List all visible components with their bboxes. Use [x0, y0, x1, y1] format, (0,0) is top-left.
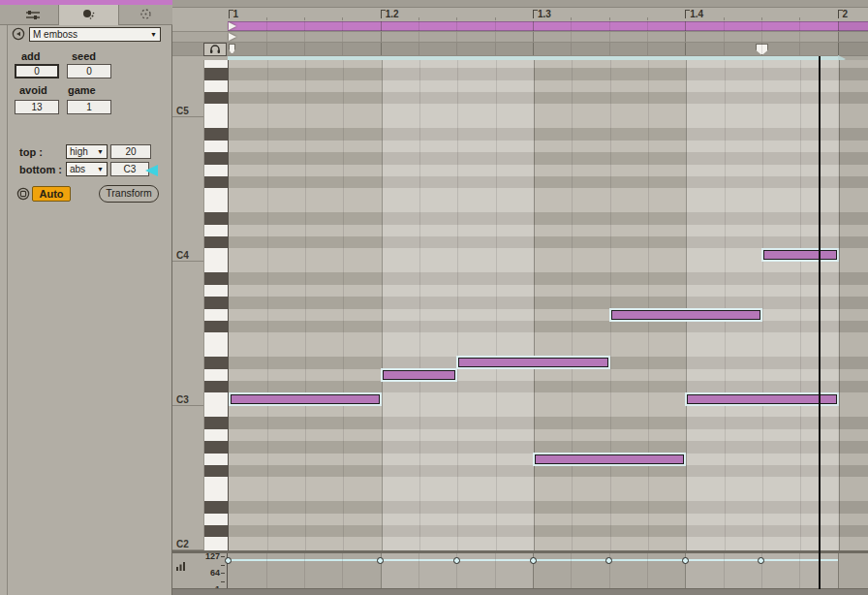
octave-label: C5	[176, 106, 189, 116]
velocity-marker[interactable]	[225, 557, 232, 564]
octave-label: C4	[176, 250, 189, 261]
midi-note-G3[interactable]	[611, 310, 760, 320]
black-key[interactable]	[204, 128, 228, 140]
velocity-marker[interactable]	[530, 557, 537, 564]
midi-note-D#3[interactable]	[458, 358, 607, 367]
velocity-marker[interactable]	[605, 557, 612, 564]
loop-start-marker[interactable]	[229, 22, 236, 30]
midi-note-C3[interactable]	[687, 394, 836, 404]
device-drag-handle[interactable]	[0, 5, 8, 595]
param-label-seed: seed	[72, 50, 96, 62]
black-key[interactable]	[204, 176, 228, 188]
midi-note-C4[interactable]	[763, 250, 837, 260]
auto-button[interactable]: Auto	[32, 186, 71, 202]
midi-note-C3[interactable]	[231, 394, 380, 404]
param-value-add[interactable]: 0	[15, 64, 59, 78]
lane-gridline	[533, 32, 534, 42]
lane-gridline	[456, 32, 457, 42]
ruler-minor-tick	[571, 17, 572, 20]
black-key[interactable]	[204, 321, 228, 332]
preset-hotswap-icon[interactable]	[12, 27, 25, 45]
black-key[interactable]	[204, 212, 228, 224]
black-key[interactable]	[204, 152, 228, 164]
midi-note-editor: 11.21.31.42 C5C4C3C2 127641	[172, 0, 868, 595]
clip-start-arrow[interactable]	[229, 33, 236, 41]
piano-keyboard[interactable]	[203, 60, 228, 550]
black-key[interactable]	[204, 381, 228, 392]
param-value-seed[interactable]: 0	[67, 64, 111, 78]
grid-line	[686, 60, 687, 550]
velocity-tick-label: 64	[210, 568, 220, 578]
lane-gridline	[342, 43, 343, 55]
black-key[interactable]	[204, 236, 228, 248]
grid-line	[419, 60, 420, 550]
loop-bar-lane[interactable]	[172, 21, 868, 32]
ruler-label: 1	[233, 9, 239, 19]
black-key[interactable]	[204, 68, 228, 79]
tab-emboss[interactable]	[59, 5, 119, 25]
octave-label-column: C5C4C3C2	[172, 60, 203, 550]
black-key[interactable]	[204, 441, 228, 453]
velocity-marker[interactable]	[682, 557, 689, 564]
particles-icon	[140, 7, 152, 24]
lane-gridline	[609, 43, 610, 55]
lane-gridline	[304, 21, 305, 31]
lane-gridline	[418, 32, 419, 42]
velocity-marker[interactable]	[758, 557, 764, 564]
ruler-minor-tick	[724, 17, 725, 20]
velocity-tick-label: 127	[205, 553, 220, 561]
note-grid[interactable]	[228, 60, 868, 550]
clip-start-flag-marker[interactable]	[229, 44, 235, 54]
bottom-value[interactable]: C3	[110, 162, 149, 176]
start-marker-lane[interactable]	[172, 32, 868, 43]
top-value[interactable]: 20	[110, 144, 151, 159]
black-key[interactable]	[204, 272, 228, 284]
param-mapping-arrow-icon	[145, 165, 158, 176]
midi-note-D3[interactable]	[383, 370, 456, 380]
ruler-minor-tick	[647, 17, 648, 20]
emboss-dots-icon	[81, 7, 96, 24]
lane-gridline	[418, 21, 419, 31]
param-label-add: add	[21, 50, 41, 62]
scrub-marker-lane[interactable]	[172, 43, 868, 56]
lane-gridline	[647, 32, 648, 42]
lane-gridline	[495, 21, 496, 31]
black-key[interactable]	[204, 357, 228, 368]
black-key[interactable]	[204, 501, 228, 513]
velocity-marker[interactable]	[453, 557, 460, 564]
bottom-mode-dropdown[interactable]: abs ▼	[66, 162, 108, 176]
black-key[interactable]	[204, 525, 228, 537]
headphone-icon	[209, 41, 221, 58]
black-key[interactable]	[204, 417, 228, 428]
velocity-marker[interactable]	[377, 557, 384, 564]
transform-button[interactable]: Transform	[99, 185, 159, 203]
range-label-bottom: bottom :	[19, 164, 62, 175]
grid-line	[725, 60, 726, 550]
black-key[interactable]	[204, 297, 228, 308]
beat-time-ruler[interactable]: 11.21.31.42	[172, 8, 868, 21]
param-label-avoid: avoid	[19, 84, 47, 96]
lane-gridline	[647, 21, 648, 31]
param-value-game[interactable]: 1	[67, 100, 111, 114]
loop-region[interactable]	[228, 21, 868, 31]
lane-gridline	[609, 21, 610, 31]
top-mode-value: high	[70, 146, 88, 157]
param-value-avoid[interactable]: 13	[15, 100, 59, 114]
preview-headphone-button[interactable]	[203, 43, 227, 56]
sliders-icon	[25, 7, 41, 24]
grid-line	[534, 60, 535, 550]
preset-name: M emboss	[33, 29, 78, 40]
black-key[interactable]	[204, 465, 228, 477]
lane-gridline	[685, 32, 686, 42]
lane-gridline	[533, 21, 534, 31]
tab-sliders[interactable]	[8, 5, 59, 25]
preset-dropdown[interactable]: M emboss ▼	[29, 27, 161, 42]
tab-particles[interactable]	[119, 5, 172, 25]
midi-note-G2[interactable]	[535, 454, 684, 464]
black-key[interactable]	[204, 92, 228, 104]
top-mode-dropdown[interactable]: high ▼	[66, 144, 108, 159]
grid-line	[305, 60, 306, 550]
device-tab-bar	[0, 5, 172, 25]
loop-toggle-icon[interactable]	[16, 187, 30, 204]
device-panel: M emboss ▼ add seed 0 0 avoid game 13 1 …	[0, 0, 172, 595]
